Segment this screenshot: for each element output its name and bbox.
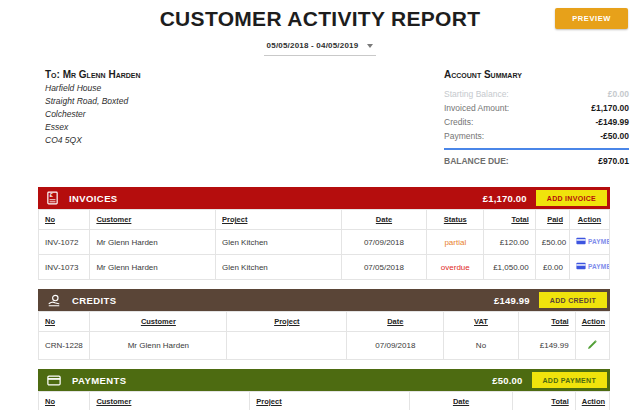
account-summary: Account Summary Starting Balance:£0.00In… bbox=[444, 69, 629, 166]
summary-value: £0.00 bbox=[608, 87, 629, 101]
address-line: Colchester bbox=[45, 108, 141, 121]
invoices-column-header-customer[interactable]: Customer bbox=[90, 210, 216, 230]
credits-table: NoCustomerProjectDateVATTotalAction CRN-… bbox=[38, 311, 610, 360]
invoices-cell-no: INV-1073 bbox=[39, 255, 90, 280]
payment-action-cell[interactable]: PAYMENT bbox=[569, 230, 609, 255]
address-line: Harfield House bbox=[45, 82, 141, 95]
summary-label: Starting Balance: bbox=[444, 87, 509, 101]
payments-total-amount: £50.00 bbox=[492, 375, 522, 386]
edit-action-cell[interactable] bbox=[575, 332, 609, 360]
payment-link[interactable]: PAYMENT bbox=[576, 262, 610, 270]
credits-cell-vat: No bbox=[444, 332, 518, 360]
payments-column-header-date[interactable]: Date bbox=[410, 392, 513, 410]
credit-card-icon bbox=[576, 262, 586, 270]
invoices-column-header-status[interactable]: Status bbox=[427, 210, 484, 230]
balance-due-row: BALANCE DUE: £970.01 bbox=[444, 150, 629, 166]
payments-column-header-total[interactable]: Total bbox=[512, 392, 575, 410]
summary-rows: Starting Balance:£0.00Invoiced Amount:£1… bbox=[444, 87, 629, 143]
date-range-selector[interactable]: 05/05/2018 - 04/05/2019 bbox=[264, 41, 376, 56]
invoices-cell-customer: Mr Glenn Harden bbox=[90, 255, 216, 280]
credits-cell-total: £149.99 bbox=[518, 332, 575, 360]
credit-card-icon bbox=[47, 375, 61, 386]
invoices-section-title: INVOICES bbox=[69, 193, 118, 204]
credits-column-header-total[interactable]: Total bbox=[518, 312, 575, 332]
invoices-cell-total: £1,050.00 bbox=[484, 255, 535, 280]
invoices-cell-date: 07/09/2018 bbox=[341, 230, 427, 255]
invoices-cell-project: Glen Kitchen bbox=[216, 230, 342, 255]
credits-total-amount: £149.99 bbox=[494, 295, 530, 306]
invoices-table-body: INV-1072Mr Glenn HardenGlen Kitchen07/09… bbox=[39, 230, 610, 280]
invoices-cell-paid: £50.00 bbox=[535, 230, 569, 255]
recipient-name: To: Mr Glenn Harden bbox=[45, 69, 141, 80]
summary-label: Payments: bbox=[444, 129, 484, 143]
invoices-column-header-action[interactable]: Action bbox=[569, 210, 609, 230]
credits-cell-no: CRN-1228 bbox=[39, 332, 90, 360]
add-credit-button[interactable]: ADD CREDIT bbox=[539, 292, 607, 308]
credit-card-icon bbox=[576, 237, 586, 245]
payments-column-header-customer[interactable]: Customer bbox=[90, 392, 250, 410]
invoices-total-amount: £1,170.00 bbox=[483, 193, 527, 204]
address-lines: Harfield HouseStraight Road, BoxtedColch… bbox=[45, 82, 141, 147]
payment-link-label: PAYMENT bbox=[588, 238, 610, 245]
payment-link[interactable]: PAYMENT bbox=[576, 237, 610, 245]
edit-pencil-icon[interactable] bbox=[587, 339, 598, 350]
credits-section: CREDITS £149.99 ADD CREDIT NoCustomerPro… bbox=[38, 289, 610, 360]
payments-header-row: NoCustomerProjectDateTotalAction bbox=[39, 392, 610, 410]
payments-section: PAYMENTS £50.00 ADD PAYMENT NoCustomerPr… bbox=[38, 369, 610, 410]
credits-section-header: CREDITS £149.99 ADD CREDIT bbox=[38, 289, 610, 311]
summary-value: -£149.99 bbox=[595, 115, 629, 129]
credits-cell-project bbox=[227, 332, 347, 360]
credits-table-body: CRN-1228Mr Glenn Harden07/09/2018No£149.… bbox=[39, 332, 610, 360]
payments-column-header-action[interactable]: Action bbox=[575, 392, 609, 410]
summary-value: -£50.00 bbox=[600, 129, 629, 143]
svg-text:£: £ bbox=[50, 192, 53, 198]
address-line: CO4 5QX bbox=[45, 134, 141, 147]
payment-link-label: PAYMENT bbox=[588, 263, 610, 270]
invoices-cell-status: partial bbox=[427, 230, 484, 255]
info-row: To: Mr Glenn Harden Harfield HouseStraig… bbox=[45, 69, 629, 166]
payments-column-header-no[interactable]: No bbox=[39, 392, 90, 410]
account-summary-title: Account Summary bbox=[444, 69, 629, 80]
credits-column-header-project[interactable]: Project bbox=[227, 312, 347, 332]
invoices-cell-status: overdue bbox=[427, 255, 484, 280]
summary-row: Credits:-£149.99 bbox=[444, 115, 629, 129]
summary-value: £1,170.00 bbox=[591, 101, 629, 115]
invoices-section-header: £ INVOICES £1,170.00 ADD INVOICE bbox=[38, 187, 610, 209]
payments-column-header-project[interactable]: Project bbox=[250, 392, 410, 410]
credits-column-header-vat[interactable]: VAT bbox=[444, 312, 518, 332]
credits-cell-date: 07/09/2018 bbox=[347, 332, 444, 360]
invoices-column-header-date[interactable]: Date bbox=[341, 210, 427, 230]
invoice-ledger-icon: £ bbox=[47, 191, 58, 205]
address-line: Straight Road, Boxted bbox=[45, 95, 141, 108]
credits-column-header-no[interactable]: No bbox=[39, 312, 90, 332]
credits-cell-customer: Mr Glenn Harden bbox=[90, 332, 227, 360]
payments-section-title: PAYMENTS bbox=[72, 375, 126, 386]
summary-label: Credits: bbox=[444, 115, 473, 129]
sections: £ INVOICES £1,170.00 ADD INVOICE NoCusto… bbox=[38, 187, 610, 410]
payments-section-header: PAYMENTS £50.00 ADD PAYMENT bbox=[38, 369, 610, 391]
summary-row: Invoiced Amount:£1,170.00 bbox=[444, 101, 629, 115]
balance-due-label: BALANCE DUE: bbox=[444, 156, 509, 166]
preview-button[interactable]: PREVIEW bbox=[555, 8, 628, 29]
summary-label: Invoiced Amount: bbox=[444, 101, 509, 115]
credits-column-header-date[interactable]: Date bbox=[347, 312, 444, 332]
invoices-table-row: INV-1073Mr Glenn HardenGlen Kitchen07/05… bbox=[39, 255, 610, 280]
invoices-table-row: INV-1072Mr Glenn HardenGlen Kitchen07/09… bbox=[39, 230, 610, 255]
invoices-column-header-paid[interactable]: Paid bbox=[535, 210, 569, 230]
credits-column-header-action[interactable]: Action bbox=[575, 312, 609, 332]
invoices-column-header-no[interactable]: No bbox=[39, 210, 90, 230]
add-payment-button[interactable]: ADD PAYMENT bbox=[532, 372, 607, 388]
invoices-column-header-project[interactable]: Project bbox=[216, 210, 342, 230]
caret-down-icon bbox=[367, 44, 373, 48]
payment-action-cell[interactable]: PAYMENT bbox=[569, 255, 609, 280]
invoices-column-header-total[interactable]: Total bbox=[484, 210, 535, 230]
recipient-address-block: To: Mr Glenn Harden Harfield HouseStraig… bbox=[45, 69, 141, 166]
address-line: Essex bbox=[45, 121, 141, 134]
invoices-cell-project: Glen Kitchen bbox=[216, 255, 342, 280]
page-title: CUSTOMER ACTIVITY REPORT bbox=[0, 0, 640, 31]
coin-hand-icon bbox=[47, 294, 61, 307]
payments-table: NoCustomerProjectDateTotalAction PAY-122… bbox=[38, 391, 610, 410]
credits-column-header-customer[interactable]: Customer bbox=[90, 312, 227, 332]
invoices-cell-customer: Mr Glenn Harden bbox=[90, 230, 216, 255]
add-invoice-button[interactable]: ADD INVOICE bbox=[536, 190, 607, 206]
